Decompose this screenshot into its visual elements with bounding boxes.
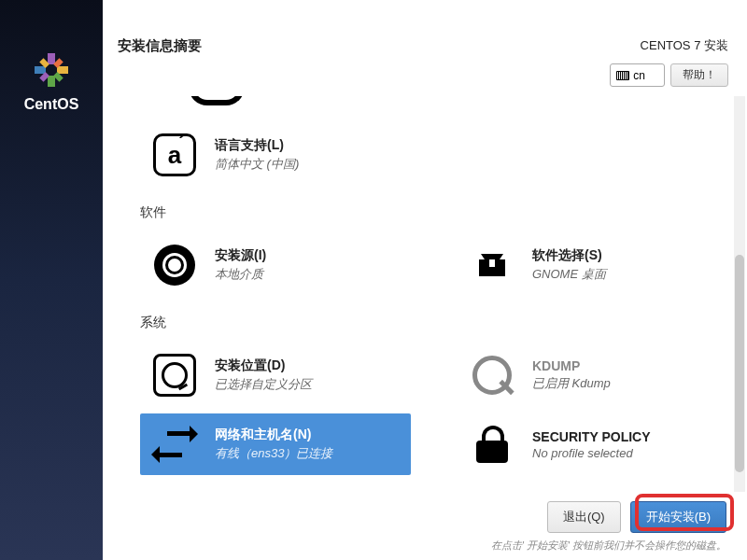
svg-rect-8 <box>489 259 495 267</box>
lock-icon <box>476 426 508 463</box>
sidebar: CentOS <box>0 0 103 560</box>
svg-rect-1 <box>57 66 68 74</box>
brand-name: CentOS <box>24 96 79 113</box>
spoke-sub: 简体中文 (中国) <box>215 156 299 173</box>
footer: 退出(Q) 开始安装(B) 在点击' 开始安装' 按钮前我们并不会操作您的磁盘。 <box>103 492 747 560</box>
spoke-installation-destination[interactable]: 安装位置(D) 已选择自定义分区 <box>140 344 411 406</box>
spoke-security-policy[interactable]: SECURITY POLICY No profile selected <box>458 413 728 475</box>
main-panel: 安装信息摘要 CENTOS 7 安装 cn 帮助！ a 语言支持(L) 简体中文… <box>103 0 747 560</box>
begin-install-button[interactable]: 开始安装(B) <box>630 501 726 533</box>
disc-icon <box>154 245 195 286</box>
scrollbar-thumb[interactable] <box>735 255 744 472</box>
distro-label: CENTOS 7 安装 <box>641 37 728 54</box>
spoke-sub: 本地介质 <box>215 266 266 283</box>
spoke-language-support[interactable]: a 语言支持(L) 简体中文 (中国) <box>140 124 411 186</box>
content-scroll: a 语言支持(L) 简体中文 (中国) 软件 安装源(I) 本地介质 <box>103 96 747 492</box>
spoke-title: 网络和主机名(N) <box>215 427 332 443</box>
spoke-title: 软件选择(S) <box>532 247 606 264</box>
section-software-label: 软件 <box>140 204 728 221</box>
quit-button[interactable]: 退出(Q) <box>547 501 621 533</box>
spoke-title: KDUMP <box>532 358 611 373</box>
harddisk-icon <box>153 354 196 397</box>
spoke-installation-source[interactable]: 安装源(I) 本地介质 <box>140 234 411 296</box>
spoke-title: SECURITY POLICY <box>532 429 651 444</box>
network-icon <box>152 424 197 465</box>
header: 安装信息摘要 CENTOS 7 安装 cn 帮助！ <box>103 0 747 96</box>
help-button[interactable]: 帮助！ <box>670 63 728 87</box>
spoke-network-hostname[interactable]: 网络和主机名(N) 有线（ens33）已连接 <box>140 413 411 475</box>
spoke-software-selection[interactable]: 软件选择(S) GNOME 桌面 <box>458 234 728 296</box>
keyboard-icon <box>616 71 629 80</box>
language-icon: a <box>153 133 196 176</box>
footer-hint: 在点击' 开始安装' 按钮前我们并不会操作您的磁盘。 <box>491 539 726 553</box>
spoke-title: 安装位置(D) <box>215 357 312 374</box>
spoke-sub: 已启用 Kdump <box>532 375 611 392</box>
spoke-title: 语言支持(L) <box>215 137 299 154</box>
package-icon <box>473 246 511 284</box>
spoke-sub: 有线（ens33）已连接 <box>215 445 332 462</box>
svg-rect-2 <box>48 76 55 87</box>
scrollbar[interactable] <box>734 96 745 492</box>
centos-logo-icon <box>33 51 70 89</box>
spoke-title: 安装源(I) <box>215 247 266 264</box>
svg-rect-0 <box>48 53 55 64</box>
page-title: 安装信息摘要 <box>118 37 610 55</box>
svg-rect-3 <box>35 66 46 74</box>
spoke-kdump[interactable]: KDUMP 已启用 Kdump <box>458 344 728 406</box>
partial-spoke-icon <box>191 96 728 124</box>
section-system-label: 系统 <box>140 315 728 331</box>
kdump-icon <box>472 356 512 395</box>
keyboard-layout-code: cn <box>633 69 645 82</box>
spoke-sub: GNOME 桌面 <box>532 266 606 283</box>
spoke-sub: 已选择自定义分区 <box>215 376 312 393</box>
spoke-sub: No profile selected <box>532 446 651 460</box>
keyboard-layout-selector[interactable]: cn <box>610 63 665 87</box>
